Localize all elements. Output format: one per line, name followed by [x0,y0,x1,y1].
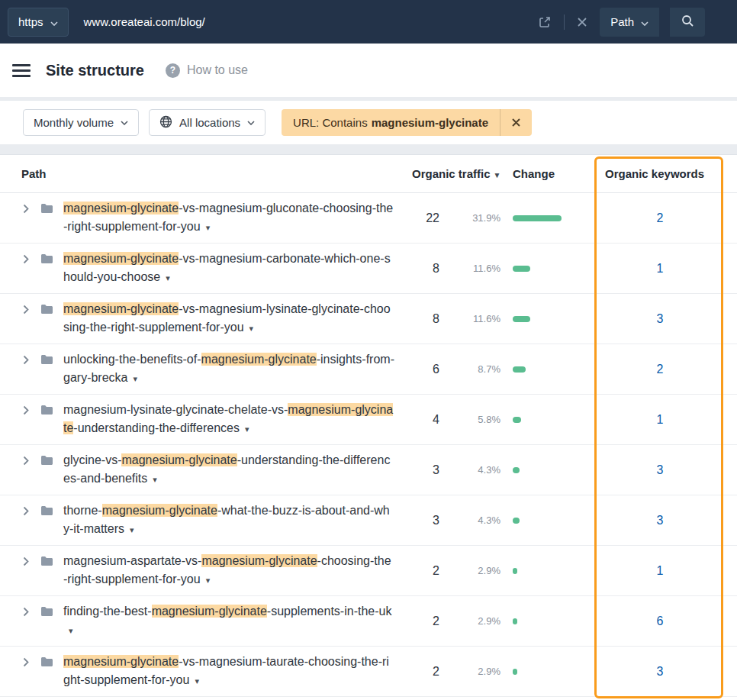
change-bar-cell [513,316,597,322]
path-dropdown-caret[interactable]: ▾ [69,626,73,635]
expand-chevron-icon[interactable] [23,204,29,214]
change-bar-cell [513,366,597,373]
highlighted-term: magnesium-glycinate [63,202,179,215]
organic-traffic-value: 8 [403,312,447,326]
path-link[interactable]: glycine-vs-magnesium-glycinate-understan… [63,451,394,489]
path-link[interactable]: magnesium-glycinate-vs-magnesium-glucona… [63,199,394,237]
organic-keywords-cell: 2 [597,363,723,376]
change-percent: 11.6% [447,263,513,274]
path-dropdown-caret[interactable]: ▾ [133,374,137,383]
path-dropdown-caret[interactable]: ▾ [130,525,134,534]
change-percent: 5.8% [447,414,513,425]
organic-keywords-link[interactable]: 1 [657,262,664,275]
highlighted-term: magnesium-glycinate [201,554,317,567]
organic-keywords-cell: 1 [597,413,723,427]
path-link[interactable]: unlocking-the-benefits-of-magnesium-glyc… [63,350,394,388]
highlighted-term: magnesium-glycinate [152,605,267,618]
expand-chevron-icon[interactable] [23,456,29,466]
path-cell: finding-the-best-magnesium-glycinate-sup… [21,596,403,646]
site-structure-page: https www.oreateai.com/blog/ Path [0,0,737,700]
path-dropdown-caret[interactable]: ▾ [206,576,211,585]
path-dropdown-caret[interactable]: ▾ [249,324,254,333]
menu-icon[interactable] [12,64,31,77]
table-row: magnesium-aspartate-vs-magnesium-glycina… [0,546,737,596]
path-dropdown-caret[interactable]: ▾ [195,676,199,685]
organic-keywords-link[interactable]: 3 [657,312,664,325]
organic-keywords-link[interactable]: 1 [657,413,664,426]
page-header: Site structure ? How to use [0,44,737,97]
open-external-icon[interactable] [535,12,555,32]
change-bar-cell [513,669,597,675]
organic-keywords-link[interactable]: 6 [657,615,664,627]
organic-keywords-link[interactable]: 1 [657,564,664,577]
path-link[interactable]: finding-the-best-magnesium-glycinate-sup… [63,602,394,640]
organic-keywords-link[interactable]: 3 [657,463,664,476]
table-body: magnesium-glycinate-vs-magnesium-glucona… [0,193,737,700]
chevron-down-icon [50,15,58,28]
table-row: finding-the-right-time-when-to-take-magn… [0,697,737,700]
path-link[interactable]: magnesium-glycinate-vs-magnesium-carbona… [63,250,394,287]
change-bar [513,417,521,423]
path-cell: magnesium-glycinate-vs-magnesium-taurate… [21,647,403,696]
change-percent: 2.9% [447,666,513,677]
expand-chevron-icon[interactable] [23,355,29,365]
path-cell: magnesium-aspartate-vs-magnesium-glycina… [21,546,403,595]
locations-dropdown[interactable]: All locations [149,109,266,136]
change-percent: 4.3% [447,515,513,526]
path-cell: thorne-magnesium-glycinate-what-the-buzz… [21,495,403,545]
change-bar [513,266,530,272]
organic-keywords-cell: 3 [597,514,723,527]
organic-keywords-link[interactable]: 2 [657,211,664,224]
organic-traffic-value: 2 [403,665,447,679]
organic-traffic-value: 8 [403,262,447,276]
how-to-use-link[interactable]: ? How to use [166,63,248,78]
path-dropdown-caret[interactable]: ▾ [153,475,157,484]
organic-traffic-value: 4 [403,413,447,427]
change-bar [513,316,530,322]
change-bar [513,618,517,624]
organic-traffic-value: 2 [403,615,447,628]
table-row: magnesium-glycinate-vs-magnesium-taurate… [0,647,737,697]
expand-chevron-icon[interactable] [23,305,29,315]
change-bar [513,467,520,473]
protocol-dropdown[interactable]: https [8,8,69,37]
expand-chevron-icon[interactable] [23,506,29,516]
path-link[interactable]: magnesium-glycinate-vs-magnesium-lysinat… [63,300,394,337]
organic-traffic-column-header[interactable]: Organic traffic▼ [403,167,513,180]
path-link[interactable]: magnesium-aspartate-vs-magnesium-glycina… [63,552,394,589]
remove-filter-button[interactable] [500,109,532,136]
expand-chevron-icon[interactable] [23,556,29,566]
folder-icon [40,253,53,264]
path-dropdown-caret[interactable]: ▾ [206,223,211,232]
organic-keywords-link[interactable]: 2 [657,363,664,376]
organic-keywords-link[interactable]: 3 [657,665,664,678]
table-header-row: Path Organic traffic▼ Change Organic key… [0,155,737,193]
path-link[interactable]: magnesium-lysinate-glycinate-chelate-vs-… [63,401,394,438]
expand-chevron-icon[interactable] [23,607,29,617]
path-dropdown-caret[interactable]: ▾ [166,273,170,282]
organic-keywords-column-header[interactable]: Organic keywords [597,167,723,180]
expand-chevron-icon[interactable] [23,405,29,415]
organic-keywords-link[interactable]: 3 [657,514,664,527]
filter-bar: Monthly volume All locations URL: Contai… [0,101,737,144]
path-mode-dropdown[interactable]: Path [600,8,659,37]
url-input[interactable]: www.oreateai.com/blog/ [78,15,526,28]
chevron-down-icon [121,121,128,125]
clear-url-icon[interactable] [574,14,591,31]
search-button[interactable] [670,8,705,37]
volume-dropdown[interactable]: Monthly volume [23,109,139,136]
organic-keywords-cell: 6 [597,615,723,628]
path-link[interactable]: magnesium-glycinate-vs-magnesium-taurate… [63,653,394,690]
chevron-down-icon [641,15,648,28]
change-bar-cell [513,618,597,624]
path-mode-label: Path [610,15,634,28]
folder-icon [40,656,53,667]
expand-chevron-icon[interactable] [23,657,29,667]
toolbar-divider [564,15,565,30]
path-link[interactable]: thorne-magnesium-glycinate-what-the-buzz… [63,502,394,539]
path-dropdown-caret[interactable]: ▾ [245,424,249,434]
section-divider [0,144,737,154]
change-bar [513,215,562,221]
table-row: magnesium-lysinate-glycinate-chelate-vs-… [0,395,737,445]
expand-chevron-icon[interactable] [23,254,29,264]
